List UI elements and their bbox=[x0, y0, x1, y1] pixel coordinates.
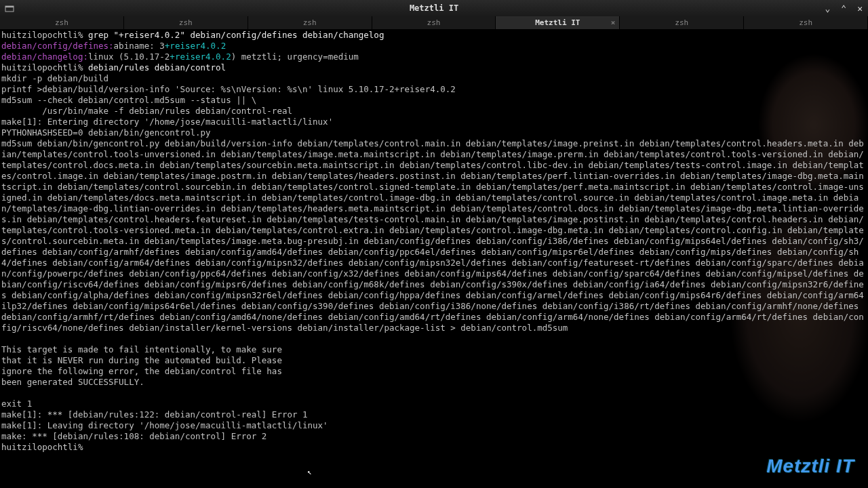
app-icon bbox=[4, 3, 15, 14]
output-line: make[1]: Leaving directory '/home/jose/m… bbox=[1, 420, 328, 430]
grep-match: +reiser4.0.2 bbox=[165, 41, 226, 51]
terminal-output[interactable]: huitzilopochtli% grep "+reiser4.0.2" deb… bbox=[0, 30, 868, 488]
output-line: been generated SUCCESSFULLY. bbox=[1, 377, 144, 387]
tab-bar: zsh zsh zsh zsh Metztli IT× zsh zsh bbox=[0, 16, 868, 30]
minimize-button[interactable]: ⌄ bbox=[823, 3, 833, 14]
output-block: md5sum debian/bin/gencontrol.py debian/b… bbox=[1, 138, 864, 333]
tab-zsh-6[interactable]: zsh bbox=[620, 16, 744, 29]
grep-file: debian/config/defines: bbox=[1, 41, 114, 51]
command-text: grep "+reiser4.0.2" debian/config/define… bbox=[88, 30, 384, 40]
tab-close-icon[interactable]: × bbox=[611, 18, 616, 27]
output-line: printf >debian/build/version-info 'Sourc… bbox=[1, 84, 456, 94]
tab-zsh-7[interactable]: zsh bbox=[744, 16, 868, 29]
error-line: make: *** [debian/rules:108: debian/cont… bbox=[1, 431, 267, 441]
svg-rect-1 bbox=[5, 6, 14, 7]
close-button[interactable]: ✕ bbox=[854, 3, 865, 14]
tab-zsh-2[interactable]: zsh bbox=[124, 16, 248, 29]
output-line: ignore the following error, the debian/c… bbox=[1, 366, 282, 376]
output-line: that it is NEVER run during the automate… bbox=[1, 355, 282, 365]
tab-zsh-3[interactable]: zsh bbox=[248, 16, 372, 29]
tab-zsh-4[interactable]: zsh bbox=[372, 16, 496, 29]
output-line: exit 1 bbox=[1, 399, 32, 409]
window-title: Metztli IT bbox=[410, 3, 458, 13]
error-line: make[1]: *** [debian/rules:122: debian/c… bbox=[1, 409, 308, 420]
grep-file: debian/changelog: bbox=[1, 52, 88, 62]
tab-metztli-it[interactable]: Metztli IT× bbox=[496, 16, 620, 29]
grep-match: +reiser4.0.2 bbox=[170, 52, 231, 62]
output-line: mkdir -p debian/build bbox=[1, 73, 108, 83]
watermark-logo: Metztli IT bbox=[766, 455, 854, 477]
output-line: md5sum --check debian/control.md5sum --s… bbox=[1, 95, 256, 105]
output-line: make[1]: Entering directory '/home/jose/… bbox=[1, 117, 333, 127]
shell-prompt: huitzilopochtli% bbox=[1, 62, 88, 73]
shell-prompt: huitzilopochtli% bbox=[1, 30, 88, 40]
maximize-button[interactable]: ⌃ bbox=[838, 3, 849, 14]
command-text: debian/rules debian/control bbox=[88, 62, 226, 73]
output-line: This target is made to fail intentionall… bbox=[1, 344, 282, 354]
output-line: /usr/bin/make -f debian/rules debian/con… bbox=[1, 106, 292, 116]
output-line: PYTHONHASHSEED=0 debian/bin/gencontrol.p… bbox=[1, 127, 211, 138]
shell-prompt: huitzilopochtli% bbox=[1, 442, 88, 452]
tab-zsh-1[interactable]: zsh bbox=[0, 16, 124, 29]
window-titlebar: Metztli IT ⌄ ⌃ ✕ bbox=[0, 0, 868, 16]
